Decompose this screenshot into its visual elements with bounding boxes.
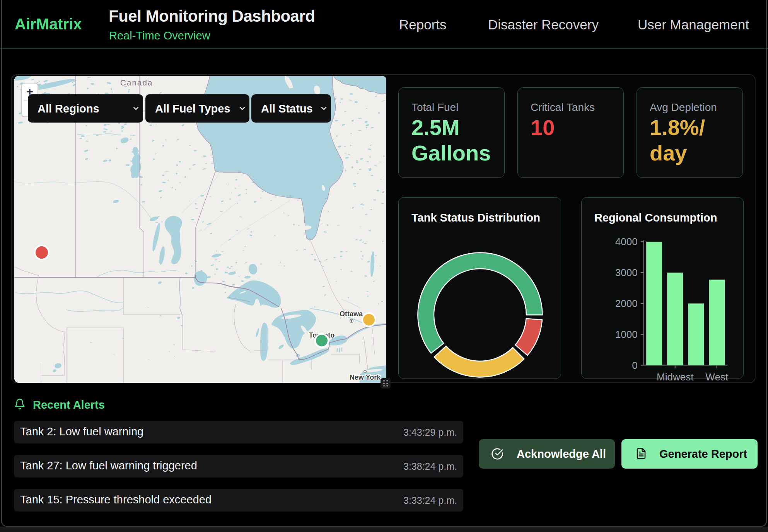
svg-text:West: West: [705, 371, 729, 383]
svg-text:3000: 3000: [615, 267, 638, 278]
svg-text:Canada: Canada: [120, 78, 153, 87]
svg-text:2000: 2000: [615, 298, 638, 309]
svg-text:1000: 1000: [615, 329, 638, 340]
svg-text:New York: New York: [350, 373, 381, 381]
svg-text:4000: 4000: [615, 236, 638, 247]
svg-text:0: 0: [632, 360, 637, 371]
svg-text:Midwest: Midwest: [657, 371, 694, 383]
svg-text:Ottawa: Ottawa: [340, 310, 363, 318]
